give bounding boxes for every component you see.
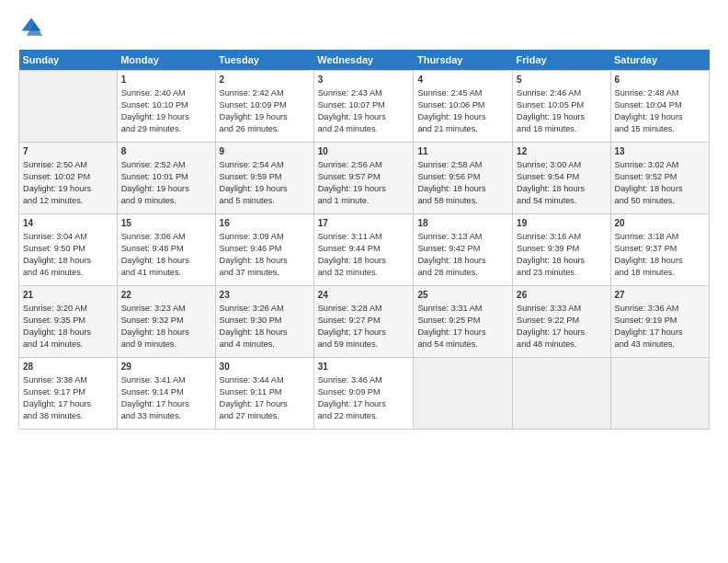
calendar-cell: 22Sunrise: 3:23 AMSunset: 9:32 PMDayligh… (117, 286, 215, 358)
day-info: Sunset: 10:05 PM (517, 99, 606, 111)
calendar-cell: 3Sunrise: 2:43 AMSunset: 10:07 PMDayligh… (313, 71, 414, 143)
day-number: 25 (417, 289, 508, 302)
day-number: 30 (220, 361, 310, 373)
day-info: and 26 minutes. (220, 123, 310, 135)
day-number: 27 (615, 289, 705, 302)
calendar-cell: 28Sunrise: 3:38 AMSunset: 9:17 PMDayligh… (19, 358, 118, 430)
calendar-cell: 14Sunrise: 3:04 AMSunset: 9:50 PMDayligh… (19, 214, 118, 286)
day-info: Sunrise: 2:48 AM (615, 87, 705, 99)
day-info: and 4 minutes. (220, 339, 310, 350)
calendar-cell: 20Sunrise: 3:18 AMSunset: 9:37 PMDayligh… (610, 214, 709, 286)
calendar-cell: 15Sunrise: 3:06 AMSunset: 9:48 PMDayligh… (117, 214, 215, 286)
day-info: Daylight: 19 hours (517, 111, 606, 123)
day-info: Sunset: 9:09 PM (318, 386, 410, 398)
day-info: Daylight: 19 hours (318, 111, 410, 123)
day-info: Daylight: 17 hours (517, 327, 606, 339)
day-info: and 54 minutes. (517, 195, 606, 207)
day-info: Sunset: 9:54 PM (517, 171, 606, 183)
day-info: Sunset: 9:17 PM (23, 386, 113, 398)
week-row-3: 14Sunrise: 3:04 AMSunset: 9:50 PMDayligh… (19, 214, 710, 286)
day-number: 1 (121, 74, 211, 86)
calendar-cell: 12Sunrise: 3:00 AMSunset: 9:54 PMDayligh… (513, 143, 610, 214)
day-info: Sunrise: 3:38 AM (23, 374, 113, 386)
calendar-cell: 4Sunrise: 2:45 AMSunset: 10:06 PMDayligh… (414, 71, 513, 143)
day-info: Sunset: 9:19 PM (615, 315, 705, 327)
day-info: and 21 minutes. (417, 123, 508, 135)
day-info: Daylight: 19 hours (121, 183, 211, 195)
day-info: Sunset: 9:14 PM (121, 386, 211, 398)
day-info: Daylight: 17 hours (23, 398, 113, 410)
day-info: Sunset: 9:42 PM (417, 243, 508, 255)
day-info: Sunset: 10:10 PM (121, 99, 211, 111)
day-info: Daylight: 17 hours (121, 398, 211, 410)
day-info: and 18 minutes. (517, 123, 606, 135)
day-info: Sunset: 9:44 PM (318, 243, 410, 255)
day-info: Daylight: 18 hours (615, 255, 705, 267)
day-info: Sunset: 9:39 PM (517, 243, 606, 255)
day-info: Sunset: 9:25 PM (417, 315, 508, 327)
day-info: Sunrise: 2:50 AM (23, 159, 113, 171)
day-info: Daylight: 18 hours (220, 255, 310, 267)
calendar-cell: 7Sunrise: 2:50 AMSunset: 10:02 PMDayligh… (19, 143, 118, 214)
calendar-cell (513, 358, 610, 430)
day-info: Sunset: 9:27 PM (318, 315, 410, 327)
calendar-cell: 24Sunrise: 3:28 AMSunset: 9:27 PMDayligh… (313, 286, 414, 358)
calendar-cell: 1Sunrise: 2:40 AMSunset: 10:10 PMDayligh… (117, 71, 215, 143)
calendar-cell: 16Sunrise: 3:09 AMSunset: 9:46 PMDayligh… (215, 214, 313, 286)
day-info: Sunset: 9:56 PM (417, 171, 508, 183)
day-info: Sunrise: 3:04 AM (23, 231, 113, 243)
day-info: Daylight: 19 hours (417, 111, 508, 123)
day-number: 19 (517, 217, 606, 230)
day-number: 4 (417, 74, 508, 86)
day-info: Sunset: 9:11 PM (220, 386, 310, 398)
calendar-cell: 2Sunrise: 2:42 AMSunset: 10:09 PMDayligh… (215, 71, 313, 143)
day-info: and 9 minutes. (121, 195, 211, 207)
day-info: Daylight: 18 hours (517, 183, 606, 195)
day-info: Sunrise: 2:45 AM (417, 87, 508, 99)
calendar-cell: 8Sunrise: 2:52 AMSunset: 10:01 PMDayligh… (117, 143, 215, 214)
day-number: 17 (318, 217, 410, 230)
day-number: 12 (517, 145, 606, 158)
day-info: Sunrise: 3:09 AM (220, 231, 310, 243)
col-header-sunday: Sunday (19, 50, 118, 71)
day-number: 5 (517, 74, 606, 86)
day-info: Sunset: 9:32 PM (121, 315, 211, 327)
day-info: Sunset: 10:04 PM (615, 99, 705, 111)
header-row: SundayMondayTuesdayWednesdayThursdayFrid… (19, 50, 710, 71)
calendar-cell (414, 358, 513, 430)
day-info: Sunrise: 3:33 AM (517, 303, 606, 315)
day-number: 28 (23, 361, 113, 373)
day-info: Sunrise: 3:23 AM (121, 303, 211, 315)
day-info: Sunset: 9:22 PM (517, 315, 606, 327)
calendar-cell: 26Sunrise: 3:33 AMSunset: 9:22 PMDayligh… (513, 286, 610, 358)
header (18, 15, 710, 40)
day-info: and 46 minutes. (23, 267, 113, 279)
day-info: Sunrise: 3:28 AM (318, 303, 410, 315)
day-info: and 28 minutes. (417, 267, 508, 279)
day-info: Sunset: 10:09 PM (220, 99, 310, 111)
day-info: Sunset: 9:30 PM (220, 315, 310, 327)
day-info: and 48 minutes. (517, 339, 606, 350)
day-info: Sunset: 9:37 PM (615, 243, 705, 255)
day-info: and 33 minutes. (121, 410, 211, 422)
col-header-tuesday: Tuesday (215, 50, 313, 71)
day-number: 18 (417, 217, 508, 230)
day-info: Daylight: 17 hours (318, 398, 410, 410)
day-info: Sunrise: 2:43 AM (318, 87, 410, 99)
day-number: 9 (220, 145, 310, 158)
calendar-cell: 23Sunrise: 3:26 AMSunset: 9:30 PMDayligh… (215, 286, 313, 358)
week-row-1: 1Sunrise: 2:40 AMSunset: 10:10 PMDayligh… (19, 71, 710, 143)
day-info: and 27 minutes. (220, 410, 310, 422)
day-info: Sunrise: 3:46 AM (318, 374, 410, 386)
day-info: Sunrise: 3:36 AM (615, 303, 705, 315)
page: SundayMondayTuesdayWednesdayThursdayFrid… (0, 0, 728, 563)
day-info: and 24 minutes. (318, 123, 410, 135)
calendar-cell: 17Sunrise: 3:11 AMSunset: 9:44 PMDayligh… (313, 214, 414, 286)
day-info: Daylight: 18 hours (417, 183, 508, 195)
col-header-saturday: Saturday (610, 50, 709, 71)
calendar-cell: 30Sunrise: 3:44 AMSunset: 9:11 PMDayligh… (215, 358, 313, 430)
day-info: Sunrise: 3:41 AM (121, 374, 211, 386)
day-info: and 32 minutes. (318, 267, 410, 279)
week-row-4: 21Sunrise: 3:20 AMSunset: 9:35 PMDayligh… (19, 286, 710, 358)
calendar-cell: 9Sunrise: 2:54 AMSunset: 9:59 PMDaylight… (215, 143, 313, 214)
